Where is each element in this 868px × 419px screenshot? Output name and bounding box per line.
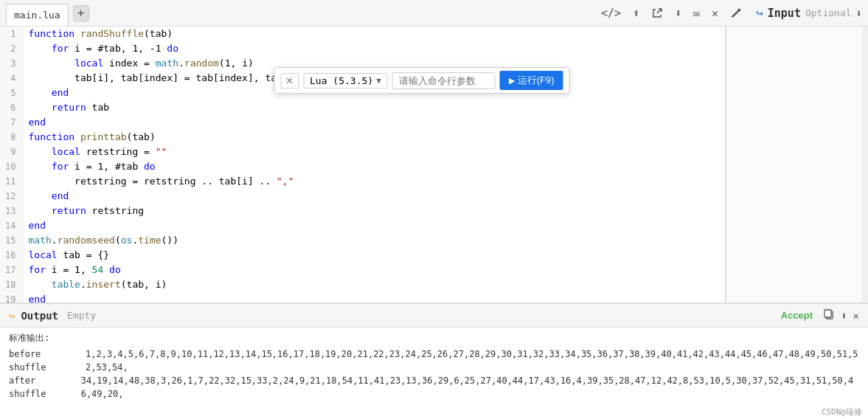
scrollbar[interactable] bbox=[862, 27, 868, 302]
accept-button[interactable]: Accept bbox=[777, 308, 817, 322]
watermark: CSDN@瑞修 bbox=[0, 405, 868, 419]
line-code: for i = 1, #tab do bbox=[22, 159, 725, 174]
language-label: Lua (5.3.5) bbox=[310, 75, 373, 86]
chevron-down-icon: ▼ bbox=[376, 76, 381, 86]
stdout-label: 标准输出: bbox=[9, 332, 859, 344]
table-row: 19end bbox=[0, 292, 725, 302]
line-number: 11 bbox=[0, 174, 22, 189]
line-code: retstring = retstring .. tab[i] .. "," bbox=[22, 174, 725, 189]
table-row: 14end bbox=[0, 218, 725, 233]
params-input[interactable] bbox=[392, 72, 496, 89]
run-icon: ▶ bbox=[509, 76, 515, 86]
line-number: 16 bbox=[0, 248, 22, 263]
line-code: table.insert(tab, i) bbox=[22, 277, 725, 292]
right-input-panel bbox=[726, 27, 862, 302]
line-code: for i = #tab, 1, -1 do bbox=[22, 41, 725, 56]
tab-main-lua-label: main.lua bbox=[14, 10, 60, 21]
output-empty-label: Empty bbox=[67, 310, 96, 321]
toolbar-icons: </> ⬆ ⬇ ✉ ✕ bbox=[599, 4, 744, 22]
list-item: before shuffle1,2,3,4,5,6,7,8,9,10,11,12… bbox=[9, 347, 859, 374]
output-label: Output bbox=[21, 310, 58, 322]
table-row: 7end bbox=[0, 115, 725, 130]
line-code: return tab bbox=[22, 100, 725, 115]
code-icon[interactable]: </> bbox=[599, 4, 623, 22]
output-icon: ↪ bbox=[9, 310, 15, 322]
table-row: 8function printtab(tab) bbox=[0, 130, 725, 145]
svg-rect-1 bbox=[824, 310, 831, 317]
download-icon[interactable]: ⬇ bbox=[673, 4, 684, 22]
output-expand-icon[interactable]: ✕ bbox=[853, 310, 859, 322]
command-close-button[interactable]: ✕ bbox=[280, 73, 299, 89]
add-tab-button[interactable]: + bbox=[73, 5, 89, 21]
line-code: math.randomseed(os.time()) bbox=[22, 233, 725, 248]
table-row: 10 for i = 1, #tab do bbox=[0, 159, 725, 174]
line-code: end bbox=[22, 218, 725, 233]
code-editor[interactable]: 1function randShuffle(tab)2 for i = #tab… bbox=[0, 27, 726, 302]
output-download-icon[interactable]: ⬇ bbox=[841, 310, 847, 322]
share-icon[interactable] bbox=[649, 5, 665, 21]
input-download-icon[interactable]: ⬇ bbox=[856, 7, 862, 19]
output-line-value: 34,19,14,48,38,3,26,1,7,22,32,15,33,2,24… bbox=[81, 374, 859, 401]
line-number: 8 bbox=[0, 130, 22, 145]
upload-icon[interactable]: ⬆ bbox=[631, 4, 642, 22]
output-line-label: after shuffle bbox=[9, 374, 75, 401]
output-section: ↪ Output Empty Accept ⬇ ✕ 标准输出: before s… bbox=[0, 302, 868, 419]
line-code: for i = 1, 54 do bbox=[22, 263, 725, 277]
line-number: 17 bbox=[0, 263, 22, 277]
line-number: 13 bbox=[0, 204, 22, 218]
line-number: 5 bbox=[0, 86, 22, 100]
line-code: local tab = {} bbox=[22, 248, 725, 263]
table-row: 13 return retstring bbox=[0, 204, 725, 218]
line-code: return retstring bbox=[22, 204, 725, 218]
language-select[interactable]: Lua (5.3.5) ▼ bbox=[303, 73, 388, 89]
line-number: 4 bbox=[0, 71, 22, 86]
table-row: 15math.randomseed(os.time()) bbox=[0, 233, 725, 248]
edit-icon[interactable] bbox=[728, 5, 744, 21]
table-row: 18 table.insert(tab, i) bbox=[0, 277, 725, 292]
output-copy-icon[interactable] bbox=[823, 308, 835, 322]
top-toolbar: main.lua + </> ⬆ ⬇ ✉ ✕ ↪ Input Optional … bbox=[0, 0, 868, 27]
line-code: end bbox=[22, 189, 725, 204]
line-number: 3 bbox=[0, 56, 22, 71]
table-row: 9 local retstring = "" bbox=[0, 145, 725, 159]
tab-main-lua[interactable]: main.lua bbox=[6, 4, 69, 26]
output-line-value: 1,2,3,4,5,6,7,8,9,10,11,12,13,14,15,16,1… bbox=[86, 347, 859, 374]
line-number: 12 bbox=[0, 189, 22, 204]
line-number: 1 bbox=[0, 27, 22, 41]
optional-label: Optional bbox=[805, 7, 852, 18]
run-button[interactable]: ▶ 运行(F9) bbox=[500, 71, 563, 90]
command-bar: ✕ Lua (5.3.5) ▼ ▶ 运行(F9) bbox=[274, 67, 570, 94]
list-item: after shuffle34,19,14,48,38,3,26,1,7,22,… bbox=[9, 374, 859, 401]
table-row: 17for i = 1, 54 do bbox=[0, 263, 725, 277]
output-body: 标准输出: before shuffle1,2,3,4,5,6,7,8,9,10… bbox=[0, 328, 868, 405]
input-icon: ↪ bbox=[756, 6, 763, 20]
line-number: 18 bbox=[0, 277, 22, 292]
right-panel-header: ↪ Input Optional ⬇ bbox=[756, 6, 862, 20]
line-number: 9 bbox=[0, 145, 22, 159]
table-row: 11 retstring = retstring .. tab[i] .. ",… bbox=[0, 174, 725, 189]
line-code: function printtab(tab) bbox=[22, 130, 725, 145]
line-code: end bbox=[22, 115, 725, 130]
output-lines: before shuffle1,2,3,4,5,6,7,8,9,10,11,12… bbox=[9, 347, 859, 401]
table-row: 1function randShuffle(tab) bbox=[0, 27, 725, 41]
line-number: 7 bbox=[0, 115, 22, 130]
table-row: 16local tab = {} bbox=[0, 248, 725, 263]
line-number: 10 bbox=[0, 159, 22, 174]
input-label: Input bbox=[768, 7, 801, 20]
line-number: 15 bbox=[0, 233, 22, 248]
line-number: 6 bbox=[0, 100, 22, 115]
output-icon-buttons: ⬇ ✕ bbox=[823, 308, 859, 322]
line-number: 2 bbox=[0, 41, 22, 56]
output-line-label: before shuffle bbox=[9, 347, 80, 374]
output-header: ↪ Output Empty Accept ⬇ ✕ bbox=[0, 304, 868, 328]
line-code: local retstring = "" bbox=[22, 145, 725, 159]
line-code: function randShuffle(tab) bbox=[22, 27, 725, 41]
table-row: 6 return tab bbox=[0, 100, 725, 115]
line-code: end bbox=[22, 292, 725, 302]
table-row: 2 for i = #tab, 1, -1 do bbox=[0, 41, 725, 56]
line-number: 14 bbox=[0, 218, 22, 233]
line-number: 19 bbox=[0, 292, 22, 302]
close-icon[interactable]: ✕ bbox=[709, 4, 721, 22]
mail-icon[interactable]: ✉ bbox=[691, 4, 702, 22]
table-row: 12 end bbox=[0, 189, 725, 204]
